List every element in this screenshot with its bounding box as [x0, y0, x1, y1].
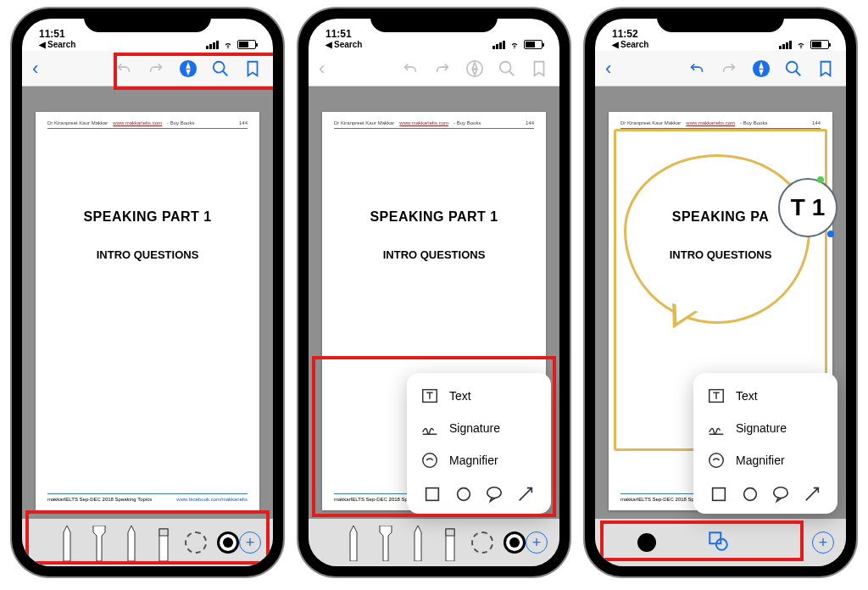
- popup-magnifier-option[interactable]: Magnifier: [407, 444, 551, 476]
- magnifier-handle-blue[interactable]: [827, 231, 834, 237]
- fill-color-picker[interactable]: [637, 533, 656, 552]
- svg-marker-14: [350, 526, 357, 561]
- add-annotation-button[interactable]: +: [239, 532, 261, 554]
- doc-author: Dr Kiranpreet Kaur Makkar: [620, 120, 681, 125]
- status-back-app[interactable]: ◀ Search: [39, 40, 75, 49]
- undo-icon[interactable]: [400, 58, 420, 79]
- markup-icon[interactable]: [465, 58, 485, 79]
- shape-square-icon[interactable]: [709, 485, 728, 504]
- magnifier-icon: [420, 451, 439, 470]
- doc-subtitle: INTRO QUESTIONS: [47, 248, 248, 261]
- phone-1: 11:51 ◀ Search ‹ Dr Kiranpreet Kaur Makk…: [12, 8, 283, 576]
- pencil-tool[interactable]: [407, 524, 429, 561]
- add-annotation-button[interactable]: +: [812, 532, 834, 554]
- redo-icon[interactable]: [146, 58, 166, 79]
- status-back-app[interactable]: ◀ Search: [612, 40, 648, 49]
- shape-speech-icon[interactable]: [485, 485, 504, 504]
- doc-buy: - Buy Books: [453, 120, 481, 125]
- pen-tool[interactable]: [342, 524, 364, 561]
- popup-text-option[interactable]: Text: [693, 380, 837, 412]
- svg-rect-23: [713, 488, 726, 501]
- add-annotation-button[interactable]: +: [526, 532, 548, 554]
- markup-icon[interactable]: [751, 58, 771, 79]
- shape-circle-icon[interactable]: [741, 485, 760, 504]
- signature-icon: [420, 419, 439, 437]
- document-view[interactable]: Dr Kiranpreet Kaur Makkar www.makkarielt…: [22, 86, 273, 519]
- wifi-icon: [795, 41, 807, 49]
- bookmark-icon[interactable]: [529, 58, 549, 79]
- search-icon[interactable]: [210, 58, 231, 79]
- marker-tool[interactable]: [375, 524, 397, 561]
- back-button[interactable]: ‹: [605, 58, 611, 80]
- redo-icon[interactable]: [432, 58, 453, 79]
- page-number: 144: [812, 120, 821, 125]
- redo-icon[interactable]: [719, 58, 739, 79]
- shape-speech-icon[interactable]: [771, 485, 790, 504]
- eraser-tool[interactable]: [153, 524, 175, 561]
- cell-signal-icon: [779, 41, 792, 49]
- color-picker[interactable]: [504, 532, 526, 554]
- popup-label: Signature: [449, 421, 500, 435]
- page-number: 144: [526, 120, 534, 125]
- undo-icon[interactable]: [114, 58, 134, 79]
- cell-signal-icon: [492, 41, 505, 49]
- notch: [657, 8, 784, 32]
- search-icon[interactable]: [497, 58, 517, 79]
- popup-shapes-row: [407, 476, 551, 507]
- search-icon[interactable]: [783, 58, 804, 79]
- doc-site-link[interactable]: www.makkarielts.com: [686, 120, 735, 125]
- svg-marker-4: [128, 526, 135, 561]
- magnifier-annotation[interactable]: T 1: [778, 178, 837, 237]
- marker-tool[interactable]: [88, 524, 110, 561]
- eraser-tool[interactable]: [439, 524, 461, 561]
- battery-icon: [810, 40, 829, 49]
- lasso-tool[interactable]: [185, 532, 207, 554]
- svg-point-27: [716, 539, 727, 550]
- popup-label: Magnifier: [449, 454, 498, 467]
- nav-bar: ‹: [22, 51, 273, 86]
- notch: [84, 8, 211, 32]
- popup-magnifier-option[interactable]: Magnifier: [693, 444, 837, 476]
- undo-icon[interactable]: [687, 58, 707, 79]
- phone-3: 11:52 ◀ Search ‹ Dr Kiranpreet Kaur Makk…: [585, 8, 856, 576]
- popup-signature-option[interactable]: Signature: [693, 412, 837, 444]
- pen-tool[interactable]: [56, 524, 78, 561]
- shape-arrow-icon[interactable]: [803, 485, 821, 504]
- doc-site-link[interactable]: www.makkarielts.com: [113, 120, 162, 125]
- markup-icon[interactable]: [178, 58, 198, 79]
- notch: [370, 8, 498, 32]
- battery-icon: [524, 40, 542, 49]
- shape-style-button[interactable]: [707, 530, 729, 555]
- magnifier-handle-green[interactable]: [817, 176, 824, 183]
- popup-signature-option[interactable]: Signature: [407, 412, 551, 444]
- lasso-tool[interactable]: [471, 532, 493, 554]
- svg-rect-6: [159, 529, 168, 536]
- doc-site-link[interactable]: www.makkarielts.com: [399, 120, 448, 125]
- pdf-page: Dr Kiranpreet Kaur Makkar www.makkarielt…: [36, 112, 259, 510]
- back-button[interactable]: ‹: [319, 58, 325, 80]
- cell-signal-icon: [206, 41, 219, 49]
- page-number: 144: [239, 120, 248, 125]
- shape-circle-icon[interactable]: [454, 485, 473, 504]
- color-picker[interactable]: [217, 532, 239, 554]
- phone-2: 11:51 ◀ Search ‹ Dr Kiranpreet Kaur Makk…: [298, 8, 570, 576]
- pencil-tool[interactable]: [120, 524, 142, 561]
- status-time: 11:51: [39, 28, 65, 40]
- shape-square-icon[interactable]: [423, 485, 442, 504]
- shape-arrow-icon[interactable]: [516, 485, 535, 504]
- doc-subtitle: INTRO QUESTIONS: [334, 248, 534, 261]
- svg-rect-26: [709, 532, 721, 543]
- status-back-app[interactable]: ◀ Search: [326, 40, 362, 49]
- signature-icon: [707, 419, 726, 437]
- back-button[interactable]: ‹: [32, 58, 38, 80]
- markup-toolbar: +: [309, 519, 559, 566]
- svg-point-8: [500, 61, 511, 72]
- bookmark-icon[interactable]: [242, 58, 263, 79]
- wifi-icon: [509, 41, 520, 49]
- text-box-icon: [420, 387, 439, 405]
- battery-icon: [237, 40, 256, 49]
- popup-text-option[interactable]: Text: [407, 380, 551, 412]
- svg-point-22: [709, 454, 724, 468]
- bookmark-icon[interactable]: [815, 58, 836, 79]
- doc-footer-link[interactable]: www.facebook.com/makkarielts: [176, 497, 248, 502]
